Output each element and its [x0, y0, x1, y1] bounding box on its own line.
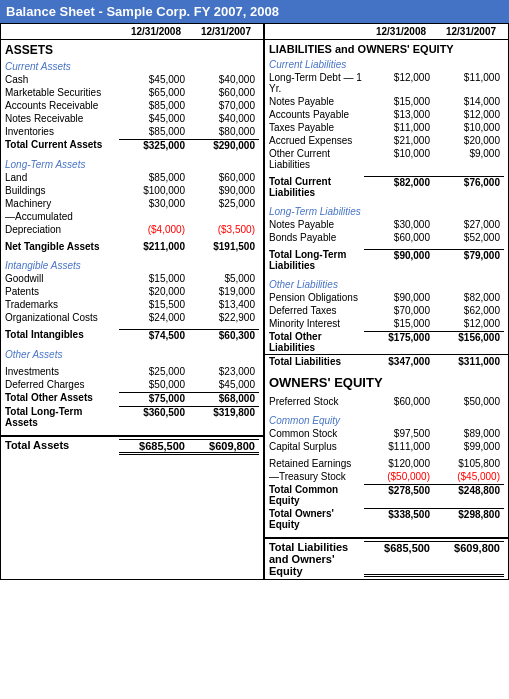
list-item: Taxes Payable $11,000 $10,000: [265, 121, 508, 134]
accrued-exp-v2: $20,000: [434, 135, 504, 146]
total-current-liab-row: Total Current Liabilities $82,000 $76,00…: [265, 175, 508, 199]
total-assets-row: Total Assets $685,500 $609,800: [1, 435, 263, 457]
inventories-label: Inventories: [5, 126, 119, 137]
total-intangibles-row: Total Intangibles $74,500 $60,300: [1, 328, 263, 342]
def-taxes-v2: $62,000: [434, 305, 504, 316]
treasury-stock-row: —Treasury Stock ($50,000) ($45,000): [265, 470, 508, 483]
list-item: Capital Surplus $111,000 $99,000: [265, 440, 508, 453]
total-owners-equity-v1: $338,500: [364, 508, 434, 530]
net-tangible-v1: $211,000: [119, 241, 189, 252]
total-other-liab-label: Total Other Liabilities: [269, 331, 364, 353]
def-taxes-label: Deferred Taxes: [269, 305, 364, 316]
list-item: Pension Obligations $90,000 $82,000: [265, 291, 508, 304]
depreciation-label: Depreciation: [5, 224, 119, 235]
net-tangible-label: Net Tangible Assets: [5, 241, 119, 252]
total-lt-liab-row: Total Long-Term Liabilities $90,000 $79,…: [265, 248, 508, 272]
grand-total-v2: $609,800: [434, 541, 504, 577]
total-current-assets-v2: $290,000: [189, 139, 259, 151]
mkt-sec-v2: $60,000: [189, 87, 259, 98]
total-intangibles-v2: $60,300: [189, 329, 259, 341]
org-costs-v1: $24,000: [119, 312, 189, 323]
other-curr-liab-label: Other Current Liabilities: [269, 148, 364, 170]
current-liabilities-title: Current Liabilities: [265, 56, 508, 71]
total-curr-liab-v2: $76,000: [434, 176, 504, 198]
list-item: Organizational Costs $24,000 $22,900: [1, 311, 263, 324]
trademarks-v1: $15,500: [119, 299, 189, 310]
lt-liabilities-title: Long-Term Liabilities: [265, 203, 508, 218]
total-liabilities-row: Total Liabilities $347,000 $311,000: [265, 354, 508, 368]
list-item: Patents $20,000 $19,000: [1, 285, 263, 298]
left-panel: ASSETS Current Assets Cash $45,000 $40,0…: [1, 40, 265, 579]
right-panel: LIABILITIES and OWNERS' EQUITY Current L…: [265, 40, 508, 579]
list-item: Notes Receivable $45,000 $40,000: [1, 112, 263, 125]
list-item: Notes Payable $15,000 $14,000: [265, 95, 508, 108]
main-content: ASSETS Current Assets Cash $45,000 $40,0…: [0, 40, 509, 580]
right-date1: 12/31/2008: [368, 24, 438, 39]
trademarks-label: Trademarks: [5, 299, 119, 310]
list-item: Accounts Payable $13,000 $12,000: [265, 108, 508, 121]
total-other-assets-label: Total Other Assets: [5, 392, 119, 404]
grand-total-label: Total Liabilities and Owners' Equity: [269, 541, 364, 577]
total-liabilities-label: Total Liabilities: [269, 356, 364, 367]
ltd1yr-v1: $12,000: [364, 72, 434, 94]
list-item: Machinery $30,000 $25,000: [1, 197, 263, 210]
total-current-assets-row: Total Current Assets $325,000 $290,000: [1, 138, 263, 152]
total-lt-liab-v1: $90,000: [364, 249, 434, 271]
total-other-assets-v1: $75,000: [119, 392, 189, 404]
land-v2: $60,000: [189, 172, 259, 183]
trademarks-v2: $13,400: [189, 299, 259, 310]
other-liabilities-title: Other Liabilities: [265, 276, 508, 291]
bonds-pay-v1: $60,000: [364, 232, 434, 243]
list-item: Depreciation ($4,000) ($3,500): [1, 223, 263, 236]
total-owners-equity-label: Total Owners' Equity: [269, 508, 364, 530]
list-item: Goodwill $15,000 $5,000: [1, 272, 263, 285]
common-stock-v2: $89,000: [434, 428, 504, 439]
pension-label: Pension Obligations: [269, 292, 364, 303]
minority-int-v1: $15,000: [364, 318, 434, 329]
list-item: Common Stock $97,500 $89,000: [265, 427, 508, 440]
total-assets-v2: $609,800: [189, 439, 259, 455]
total-liabilities-v2: $311,000: [434, 356, 504, 367]
left-date1: 12/31/2008: [123, 24, 193, 39]
list-item: Bonds Payable $60,000 $52,000: [265, 231, 508, 244]
total-assets-label: Total Assets: [5, 439, 119, 455]
total-curr-liab-v1: $82,000: [364, 176, 434, 198]
minority-int-label: Minority Interest: [269, 318, 364, 329]
list-item: —Accumulated: [1, 210, 263, 223]
retained-earnings-row: Retained Earnings $120,000 $105,800: [265, 457, 508, 470]
total-curr-liab-label: Total Current Liabilities: [269, 176, 364, 198]
taxes-pay-v1: $11,000: [364, 122, 434, 133]
goodwill-v2: $5,000: [189, 273, 259, 284]
right-date2: 12/31/2007: [438, 24, 508, 39]
buildings-v1: $100,000: [119, 185, 189, 196]
list-item: Notes Payable $30,000 $27,000: [265, 218, 508, 231]
pension-v2: $82,000: [434, 292, 504, 303]
notes-pay-label: Notes Payable: [269, 96, 364, 107]
land-label: Land: [5, 172, 119, 183]
treasury-stock-v2: ($45,000): [434, 471, 504, 482]
notes-pay-v1: $15,000: [364, 96, 434, 107]
list-item: Deferred Taxes $70,000 $62,000: [265, 304, 508, 317]
other-curr-liab-v1: $10,000: [364, 148, 434, 170]
total-current-assets-v1: $325,000: [119, 139, 189, 151]
total-intangibles-label: Total Intangibles: [5, 329, 119, 341]
taxes-pay-v2: $10,000: [434, 122, 504, 133]
cash-v2: $40,000: [189, 74, 259, 85]
accts-rec-v2: $70,000: [189, 100, 259, 111]
total-longterm-assets-row: Total Long-Term Assets $360,500 $319,800: [1, 405, 263, 429]
treasury-stock-label: —Treasury Stock: [269, 471, 364, 482]
deferred-charges-v2: $45,000: [189, 379, 259, 390]
capital-surplus-v1: $111,000: [364, 441, 434, 452]
total-longterm-v2: $319,800: [189, 406, 259, 428]
total-other-liab-v2: $156,000: [434, 331, 504, 353]
liabilities-title: LIABILITIES and OWNERS' EQUITY: [265, 40, 508, 56]
list-item: Trademarks $15,500 $13,400: [1, 298, 263, 311]
pension-v1: $90,000: [364, 292, 434, 303]
total-owners-equity-v2: $298,800: [434, 508, 504, 530]
cash-label: Cash: [5, 74, 119, 85]
goodwill-label: Goodwill: [5, 273, 119, 284]
patents-v2: $19,000: [189, 286, 259, 297]
list-item: Marketable Securities $65,000 $60,000: [1, 86, 263, 99]
total-intangibles-v1: $74,500: [119, 329, 189, 341]
list-item: Land $85,000 $60,000: [1, 171, 263, 184]
